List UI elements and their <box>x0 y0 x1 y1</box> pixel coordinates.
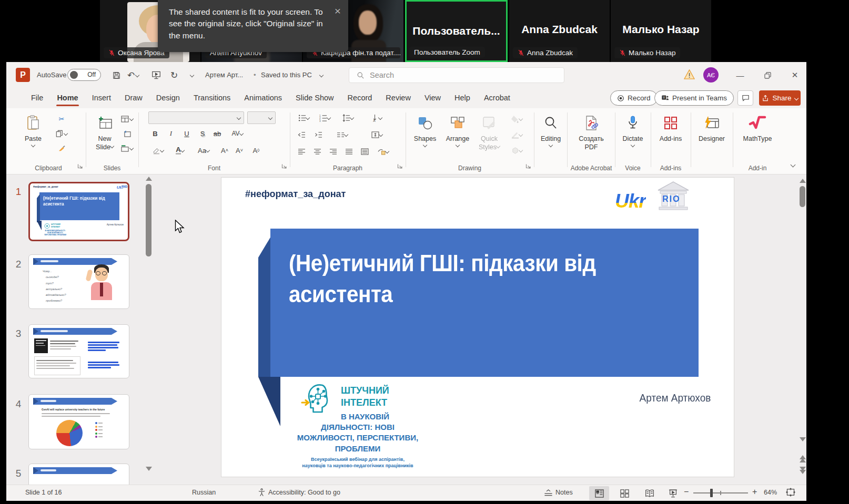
text-direction-button[interactable]: A <box>367 111 385 124</box>
slide-thumbnail-1[interactable]: #неформат_за_донат Ukr RIO (Не)етичний Г… <box>28 182 129 241</box>
clear-formatting-button[interactable]: A◊ <box>249 144 263 157</box>
increase-indent-button[interactable] <box>311 128 325 141</box>
normal-view-button[interactable] <box>589 486 609 500</box>
zoom-slider-thumb[interactable] <box>710 489 713 497</box>
participant-tile-active-speaker[interactable]: Пользователь... Пользователь Zoom <box>405 0 508 62</box>
save-button[interactable] <box>109 68 123 82</box>
decrease-indent-button[interactable] <box>295 128 308 141</box>
present-in-teams-button[interactable]: T Present in Teams <box>654 90 734 106</box>
add-remove-columns-button[interactable] <box>358 145 371 158</box>
tab-draw[interactable]: Draw <box>118 88 149 108</box>
warning-icon[interactable] <box>684 69 695 81</box>
align-right-button[interactable] <box>326 145 340 158</box>
align-text-button[interactable] <box>367 128 386 141</box>
cut-button[interactable]: ✂ <box>55 112 68 125</box>
align-center-button[interactable] <box>310 145 324 158</box>
shapes-button[interactable]: Shapes <box>409 111 441 147</box>
section-button[interactable] <box>120 142 134 155</box>
search-box[interactable]: Search <box>349 67 564 83</box>
tab-slide-show[interactable]: Slide Show <box>289 88 341 108</box>
redo-button[interactable]: ↻ <box>167 68 181 82</box>
tab-acrobat[interactable]: Acrobat <box>477 88 517 108</box>
slide-counter[interactable]: Slide 1 of 16 <box>25 489 62 496</box>
slide-canvas[interactable]: #неформат_за_донат Ukr RIO (Не)етичний Г… <box>221 177 734 477</box>
quick-styles-button[interactable]: Quick Styles <box>474 111 504 151</box>
shape-effects-button[interactable] <box>507 144 526 157</box>
comments-button[interactable] <box>737 90 753 106</box>
bullets-button[interactable] <box>295 111 312 124</box>
convert-to-smartart-button[interactable] <box>373 145 392 158</box>
font-name-combobox[interactable] <box>148 111 244 124</box>
numbering-button[interactable]: 123 <box>316 111 333 124</box>
copy-button[interactable] <box>55 127 68 140</box>
increase-font-size-button[interactable]: A˄ <box>218 144 231 157</box>
scroll-up-arrow[interactable] <box>800 179 806 183</box>
scroll-down-arrow[interactable] <box>800 437 806 441</box>
underline-button[interactable]: U <box>180 127 194 140</box>
addins-button[interactable]: Add-ins <box>655 111 686 143</box>
slide-thumbnail-4[interactable]: GenAI will replace university teachers i… <box>28 394 129 449</box>
tab-animations[interactable]: Animations <box>237 88 289 108</box>
clipboard-dialog-launcher[interactable] <box>77 161 83 171</box>
slide-sorter-view-button[interactable] <box>614 486 634 500</box>
minimize-button[interactable]: — <box>731 67 749 83</box>
bold-button[interactable]: B <box>148 127 162 140</box>
shape-fill-button[interactable] <box>507 112 526 125</box>
tab-review[interactable]: Review <box>379 88 418 108</box>
participant-tile[interactable]: Малько Назар Малько Назар <box>611 0 711 62</box>
text-highlight-button[interactable] <box>148 144 167 157</box>
line-spacing-button[interactable] <box>339 111 357 124</box>
text-shadow-button[interactable]: S <box>196 127 209 140</box>
character-spacing-button[interactable]: AV <box>227 127 247 140</box>
slide-show-button[interactable] <box>663 486 683 500</box>
tab-design[interactable]: Design <box>149 88 187 108</box>
scroll-down-arrow[interactable] <box>146 467 152 471</box>
tab-insert[interactable]: Insert <box>85 88 118 108</box>
drawing-dialog-launcher[interactable] <box>525 161 531 171</box>
format-painter-button[interactable] <box>55 142 68 155</box>
italic-button[interactable]: I <box>164 127 178 140</box>
restore-button[interactable] <box>759 67 776 83</box>
share-button[interactable]: Share <box>759 90 801 106</box>
toast-close-icon[interactable]: × <box>335 3 341 19</box>
paste-button[interactable]: Paste <box>19 111 47 147</box>
dictate-button[interactable]: Dictate <box>618 111 648 147</box>
justify-button[interactable] <box>342 145 356 158</box>
slide-thumbnail-5[interactable] <box>28 464 129 485</box>
editing-button[interactable]: Editing <box>536 111 565 147</box>
zoom-out-button[interactable]: − <box>684 487 689 497</box>
decrease-font-size-button[interactable]: A˅ <box>233 144 246 157</box>
shape-outline-button[interactable] <box>507 128 526 141</box>
fit-slide-to-window-button[interactable] <box>786 488 795 498</box>
tab-view[interactable]: View <box>418 88 448 108</box>
scroll-up-arrow[interactable] <box>146 177 152 181</box>
slide-thumbnail-2[interactable]: Чому... сьогодні? тут? актуально? відпов… <box>28 254 129 309</box>
undo-button[interactable]: ↶ <box>126 68 140 82</box>
scrollbar-thumb[interactable] <box>146 184 151 256</box>
editor-scrollbar[interactable] <box>799 174 806 485</box>
paragraph-dialog-launcher[interactable] <box>397 161 402 171</box>
account-avatar[interactable]: АЄ <box>703 67 719 83</box>
arrange-button[interactable]: Arrange <box>442 111 473 147</box>
accessibility-status[interactable]: Accessibility: Good to go <box>268 489 340 496</box>
tab-home[interactable]: Home <box>50 88 85 108</box>
slide-thumbnail-3[interactable] <box>28 324 129 378</box>
reset-slide-button[interactable] <box>120 127 134 140</box>
slideshow-from-start-button[interactable] <box>149 68 163 82</box>
save-location-label[interactable]: Saved to this PC <box>261 71 312 79</box>
reading-view-button[interactable] <box>640 486 660 500</box>
autosave-toggle[interactable]: Off <box>67 69 101 81</box>
notes-button[interactable]: Notes <box>555 489 573 496</box>
strikethrough-button[interactable]: ab <box>210 127 224 140</box>
record-button[interactable]: Record <box>610 90 658 106</box>
close-button[interactable]: ✕ <box>786 67 804 83</box>
slide-layout-button[interactable] <box>120 112 134 125</box>
participant-tile[interactable]: Anna Zbudcak Anna Zbudcak <box>509 0 610 62</box>
font-color-button[interactable]: A <box>170 144 189 157</box>
new-slide-button[interactable]: New Slide <box>90 111 119 151</box>
tab-file[interactable]: File <box>24 88 50 108</box>
collapse-ribbon-button[interactable] <box>791 161 795 170</box>
designer-button[interactable]: Designer <box>694 111 729 143</box>
mathtype-button[interactable]: MathType <box>737 111 777 143</box>
create-pdf-button[interactable]: Создать PDF <box>572 111 611 151</box>
